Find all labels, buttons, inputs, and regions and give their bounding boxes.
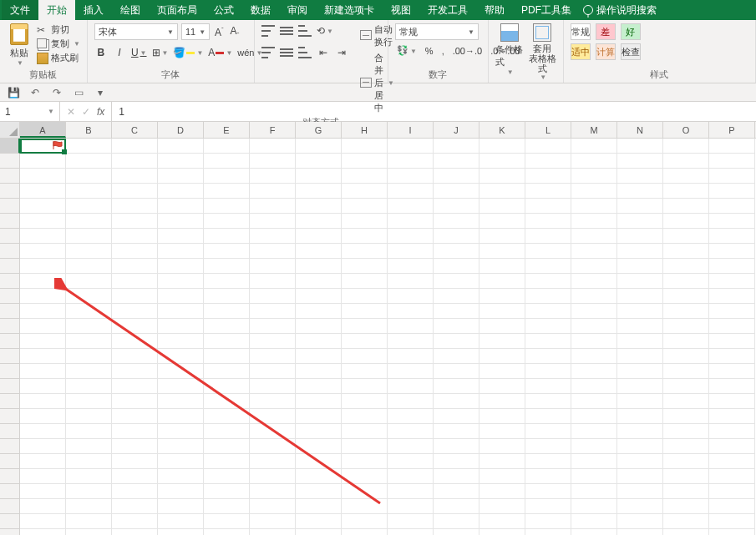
cell[interactable] — [709, 469, 755, 484]
cell[interactable] — [663, 379, 709, 394]
cell[interactable] — [709, 529, 755, 535]
cancel-button[interactable]: ✕ — [67, 106, 75, 118]
cell[interactable] — [709, 424, 755, 439]
fill-color-button[interactable]: 🪣▼ — [173, 45, 203, 60]
cell[interactable] — [709, 319, 755, 334]
row-header-5[interactable] — [0, 199, 20, 214]
row-header-24[interactable] — [0, 484, 20, 499]
cell[interactable] — [204, 484, 250, 499]
cell[interactable] — [158, 469, 204, 484]
cell[interactable] — [617, 364, 663, 379]
format-as-table-button[interactable]: 套用 表格格式▼ — [528, 23, 556, 81]
cell[interactable] — [66, 469, 112, 484]
cell[interactable] — [250, 199, 296, 214]
cell[interactable] — [112, 274, 158, 289]
cell[interactable] — [250, 514, 296, 529]
cell[interactable] — [342, 304, 388, 319]
cell[interactable] — [20, 244, 66, 259]
cell[interactable] — [434, 484, 479, 499]
cell[interactable] — [525, 349, 571, 364]
cell[interactable] — [434, 214, 479, 229]
cell[interactable] — [479, 169, 525, 184]
cell[interactable] — [388, 364, 434, 379]
cell[interactable] — [388, 424, 434, 439]
increase-indent-button[interactable]: ⇥ — [335, 45, 348, 60]
accounting-format-button[interactable]: 💱▼ — [395, 45, 419, 56]
cell[interactable] — [709, 394, 755, 409]
cell[interactable] — [709, 229, 755, 244]
cell[interactable] — [617, 439, 663, 454]
cell[interactable] — [434, 364, 479, 379]
cell[interactable] — [296, 514, 342, 529]
cell[interactable] — [342, 394, 388, 409]
cell[interactable] — [250, 139, 296, 154]
cell[interactable] — [158, 484, 204, 499]
cell[interactable] — [571, 514, 617, 529]
qat-customize-button[interactable]: ▾ — [94, 86, 107, 99]
cell[interactable] — [617, 199, 663, 214]
column-header-K[interactable]: K — [479, 122, 525, 138]
cell[interactable] — [296, 244, 342, 259]
orientation-button[interactable]: ⟲▼ — [317, 23, 333, 38]
cell[interactable] — [525, 184, 571, 199]
cell[interactable] — [434, 244, 479, 259]
redo-button[interactable]: ↷ — [50, 86, 63, 99]
cell[interactable] — [112, 184, 158, 199]
cell[interactable] — [388, 469, 434, 484]
cell[interactable] — [525, 259, 571, 274]
cell[interactable] — [342, 499, 388, 514]
cell[interactable] — [66, 169, 112, 184]
cell[interactable] — [709, 259, 755, 274]
cell[interactable] — [342, 184, 388, 199]
cell[interactable] — [388, 319, 434, 334]
cell[interactable] — [20, 289, 66, 304]
cell[interactable] — [204, 364, 250, 379]
cell[interactable] — [342, 139, 388, 154]
cell[interactable] — [20, 364, 66, 379]
cell[interactable] — [204, 499, 250, 514]
cell[interactable] — [296, 274, 342, 289]
comma-format-button[interactable]: , — [440, 46, 446, 56]
cell[interactable] — [66, 259, 112, 274]
cell[interactable] — [709, 199, 755, 214]
cell[interactable] — [250, 484, 296, 499]
cell[interactable] — [204, 199, 250, 214]
cell[interactable] — [709, 304, 755, 319]
cell[interactable] — [342, 319, 388, 334]
column-header-P[interactable]: P — [709, 122, 755, 138]
cell[interactable] — [250, 364, 296, 379]
align-bottom-button[interactable] — [298, 25, 312, 37]
align-center-button[interactable] — [280, 47, 293, 58]
cell[interactable] — [250, 304, 296, 319]
cell[interactable] — [112, 244, 158, 259]
cell[interactable] — [617, 379, 663, 394]
cell[interactable] — [525, 304, 571, 319]
cell[interactable] — [250, 394, 296, 409]
cell[interactable] — [525, 484, 571, 499]
cell[interactable] — [434, 379, 479, 394]
cell[interactable] — [342, 514, 388, 529]
cell[interactable] — [479, 274, 525, 289]
cell[interactable] — [20, 259, 66, 274]
row-header-3[interactable] — [0, 169, 20, 184]
cell[interactable] — [571, 379, 617, 394]
cell[interactable] — [158, 499, 204, 514]
cell[interactable] — [112, 394, 158, 409]
cell[interactable] — [204, 259, 250, 274]
cell[interactable] — [525, 319, 571, 334]
row-header-10[interactable] — [0, 274, 20, 289]
cell[interactable] — [20, 214, 66, 229]
cell[interactable] — [434, 139, 479, 154]
cell[interactable] — [204, 214, 250, 229]
cell[interactable] — [204, 379, 250, 394]
cell[interactable] — [709, 454, 755, 469]
cell[interactable] — [434, 529, 479, 535]
row-header-8[interactable] — [0, 244, 20, 259]
cell[interactable] — [479, 214, 525, 229]
cell[interactable] — [66, 514, 112, 529]
cell[interactable] — [663, 139, 709, 154]
cell[interactable] — [204, 334, 250, 349]
cell[interactable] — [434, 334, 479, 349]
cell[interactable] — [663, 529, 709, 535]
cell[interactable] — [525, 529, 571, 535]
